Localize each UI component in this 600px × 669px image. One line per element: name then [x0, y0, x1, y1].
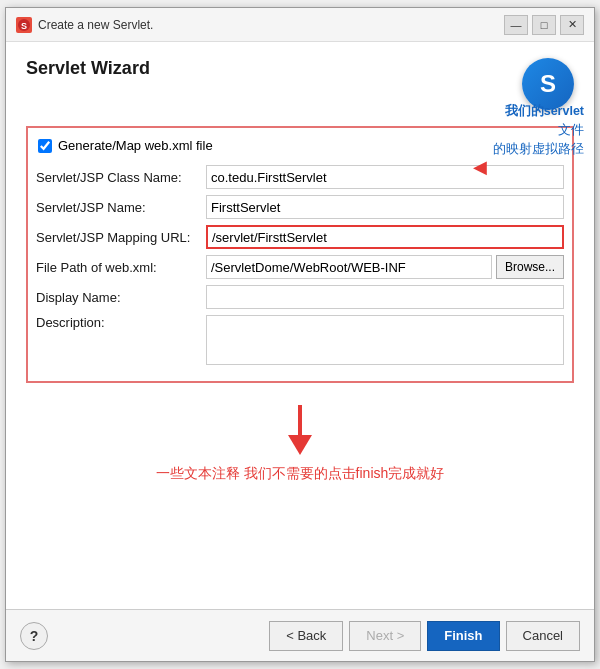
maximize-button[interactable]: □	[532, 15, 556, 35]
main-content: Servlet Wizard S 我们的servlet 文件 的映射虚拟路径 ◀…	[6, 42, 594, 609]
footer: ? < Back Next > Finish Cancel	[6, 609, 594, 661]
description-row: Description:	[36, 315, 564, 365]
footer-left: ?	[20, 622, 48, 650]
generate-xml-checkbox[interactable]	[38, 139, 52, 153]
titlebar-left: S Create a new Servlet.	[16, 17, 153, 33]
finish-button[interactable]: Finish	[427, 621, 499, 651]
mapping-url-label: Servlet/JSP Mapping URL:	[36, 230, 206, 245]
help-button[interactable]: ?	[20, 622, 48, 650]
minimize-button[interactable]: —	[504, 15, 528, 35]
annotation-line-1: 我们的servlet	[505, 104, 584, 118]
servlet-name-row: Servlet/JSP Name:	[36, 195, 564, 219]
back-button[interactable]: < Back	[269, 621, 343, 651]
red-arrow-right-icon: ◀	[473, 156, 487, 178]
window-controls: — □ ✕	[504, 15, 584, 35]
servlet-name-label: Servlet/JSP Name:	[36, 200, 206, 215]
servlet-name-input[interactable]	[206, 195, 564, 219]
wizard-title: Servlet Wizard	[26, 58, 150, 79]
annotation-line-2: 文件	[558, 123, 584, 137]
mapping-url-row: Servlet/JSP Mapping URL:	[36, 225, 564, 249]
class-name-label: Servlet/JSP Class Name:	[36, 170, 206, 185]
close-button[interactable]: ✕	[560, 15, 584, 35]
cancel-button[interactable]: Cancel	[506, 621, 580, 651]
next-button[interactable]: Next >	[349, 621, 421, 651]
mapping-url-input[interactable]	[206, 225, 564, 249]
arrow-shaft	[298, 405, 302, 435]
window-title: Create a new Servlet.	[38, 18, 153, 32]
annotation-area: 一些文本注释 我们不需要的点击finish完成就好	[26, 395, 574, 599]
display-name-row: Display Name:	[36, 285, 564, 309]
footer-right: < Back Next > Finish Cancel	[269, 621, 580, 651]
main-window: S Create a new Servlet. — □ ✕ Servlet Wi…	[5, 7, 595, 662]
display-name-input[interactable]	[206, 285, 564, 309]
file-path-input[interactable]	[206, 255, 492, 279]
arrow-down-icon	[288, 435, 312, 455]
top-right-annotation: 我们的servlet 文件 的映射虚拟路径 ◀	[493, 102, 584, 178]
wizard-header: Servlet Wizard S	[26, 58, 574, 110]
svg-text:S: S	[21, 21, 27, 31]
description-textarea[interactable]	[206, 315, 564, 365]
bottom-annotation-text: 一些文本注释 我们不需要的点击finish完成就好	[156, 465, 445, 483]
file-path-row: File Path of web.xml: Browse...	[36, 255, 564, 279]
form-area: Generate/Map web.xml file Servlet/JSP Cl…	[26, 126, 574, 383]
file-path-label: File Path of web.xml:	[36, 260, 206, 275]
description-label: Description:	[36, 315, 206, 330]
logo-letter: S	[540, 70, 556, 98]
annotation-line-3: 的映射虚拟路径	[493, 142, 584, 156]
display-name-label: Display Name:	[36, 290, 206, 305]
app-icon: S	[16, 17, 32, 33]
checkbox-label[interactable]: Generate/Map web.xml file	[58, 138, 213, 153]
browse-button[interactable]: Browse...	[496, 255, 564, 279]
annotation-arrow	[288, 405, 312, 455]
titlebar: S Create a new Servlet. — □ ✕	[6, 8, 594, 42]
checkbox-row: Generate/Map web.xml file	[36, 138, 564, 153]
